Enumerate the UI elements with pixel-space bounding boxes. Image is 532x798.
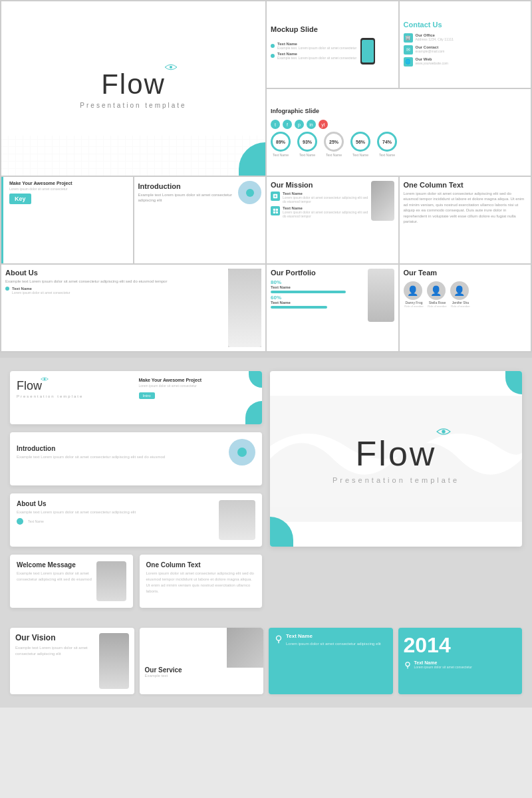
middle-welcome-title: Welcome Message — [17, 561, 94, 569]
stat-89: 89% Text Name — [271, 132, 291, 157]
social-icons-row: t f p in yt — [271, 120, 328, 129]
youtube-icon: yt — [319, 120, 328, 129]
infographic-title: Infographic Slide — [271, 108, 319, 114]
slide-year: 2014 Text Name Lorem ipsum dolor sit ame… — [398, 628, 523, 694]
vision-title: Our Vision — [15, 633, 95, 642]
stat-56: 56% Text Name — [350, 132, 370, 157]
stat-74: 74% Text Name — [377, 132, 397, 157]
middle-about-body: Example text Lorem ipsum dolor sit amet … — [17, 509, 215, 515]
slide-flow-main: Flow Presentation template — [1, 1, 265, 176]
large-flow-title-text: Flow — [356, 434, 437, 473]
portfolio-bar2 — [271, 306, 327, 309]
key-badge: Key — [9, 194, 31, 204]
team-member-2: 👤 Stella Rose Role of member — [427, 281, 448, 308]
one-col-title: One Column Text — [404, 181, 464, 189]
svg-point-20 — [277, 636, 281, 640]
middle-flow-slide: Flow Presentation template Make Your Awe… — [10, 371, 262, 424]
mission-photo — [371, 181, 394, 221]
middle-one-col-slide: One Column Text Lorem ipsum dolor sit am… — [140, 555, 263, 608]
middle-one-col-body: Lorem ipsum dolor sit amet consectetur a… — [146, 571, 256, 595]
contact-icon: ✉ — [404, 45, 413, 55]
middle-welcome-photo — [96, 561, 126, 601]
middle-section: Flow Presentation template Make Your Awe… — [0, 358, 532, 621]
mockup-title: Mockup Slide — [271, 25, 318, 33]
stat-25: 25% Text Name — [324, 132, 344, 157]
vision-body: Example text Lorem ipsum dolor sit amet … — [15, 645, 95, 657]
year-body: Lorem ipsum dolor sit amet consectetur — [414, 665, 473, 670]
svg-rect-5 — [276, 211, 278, 213]
office-icon: 🏢 — [404, 33, 413, 43]
year-item-icon — [404, 661, 412, 669]
portfolio-value2: 60% — [271, 295, 365, 301]
member3-role: Role of member — [450, 305, 471, 308]
team-members-row: 👤 Danny Frog Role of member 👤 Stella Ros… — [404, 281, 471, 308]
svg-rect-3 — [276, 209, 278, 211]
middle-about-title: About Us — [17, 500, 215, 507]
middle-flow-eye — [41, 376, 49, 382]
bottom-section: Our Vision Example text Lorem ipsum dolo… — [0, 621, 532, 708]
web-text: www.yourwebsite.com — [416, 61, 448, 65]
svg-rect-4 — [273, 211, 275, 213]
top-slide-grid: Flow Presentation template Mockup Slide … — [0, 0, 532, 352]
team-member-1: 👤 Danny Frog Role of member — [404, 281, 425, 308]
flow-title-text: Flow — [101, 68, 166, 100]
about-title: About Us — [5, 269, 225, 277]
key-body: Lorem ipsum dolor sit amet consectetur — [9, 187, 72, 191]
middle-project-badge: Intro — [139, 392, 155, 399]
stat-93: 93% Text Name — [297, 132, 317, 157]
mission-title: Our Mission — [271, 181, 368, 189]
svg-rect-2 — [273, 209, 275, 211]
slide-key: Make Your Awesome Project Lorem ipsum do… — [1, 177, 133, 263]
flow-eye-icon — [164, 63, 178, 71]
about-item-text: Lorem ipsum dolor sit amet consectetur — [12, 291, 70, 295]
mission-item1-text: Lorem ipsum dolor sit amet consectetur a… — [283, 196, 368, 203]
middle-welcome-body: Example text Lorem ipsum dolor sit amet … — [17, 571, 94, 583]
portfolio-value1: 80% — [271, 279, 365, 285]
section-divider-1 — [0, 352, 532, 358]
year-value: 2014 — [404, 633, 517, 658]
slide-mission: Our Mission Text Name Lorem ipsum dolor … — [267, 177, 398, 263]
svg-point-22 — [406, 662, 410, 666]
twitter-icon: t — [271, 120, 280, 129]
portfolio-bar1 — [271, 291, 346, 293]
pinterest-icon: p — [295, 120, 304, 129]
portfolio-label1: Text Name — [271, 285, 365, 289]
office-text: Address 1234, City 11111 — [416, 37, 454, 41]
contact-title: Contact Us — [404, 21, 442, 29]
one-col-body: Lorem ipsum dolor sit amet consectetur a… — [404, 191, 527, 224]
middle-flow-subtitle: Presentation template — [17, 394, 134, 398]
middle-intro-title: Introduction — [17, 445, 225, 452]
portfolio-title: Our Portfolio — [271, 269, 365, 277]
service-body: Example text — [145, 674, 259, 678]
mockup-body2: Example text. Lorem ipsum dolor sit amet… — [277, 56, 356, 60]
intro-eye-icon — [238, 181, 261, 204]
middle-bottom-row: Welcome Message Example text Lorem ipsum… — [10, 555, 262, 608]
mission-icon-1 — [271, 192, 280, 201]
slide-our-service: Our Service Example text — [140, 628, 264, 694]
middle-project-body: Lorem ipsum dolor sit amet consectetur — [139, 384, 256, 388]
linkedin-icon: in — [307, 120, 316, 129]
slide-contact: Contact Us 🏢 Our Office Address 1234, Ci… — [400, 1, 531, 88]
about-hallway-photo — [228, 269, 261, 347]
middle-intro-slide: Introduction Example text Lorem ipsum do… — [10, 432, 262, 485]
key-title: Make Your Awesome Project — [9, 181, 72, 186]
slide-team: Our Team 👤 Danny Frog Role of member 👤 S… — [400, 265, 531, 351]
teal-side-bar — [1, 177, 3, 263]
team-title: Our Team — [404, 269, 438, 277]
svg-point-7 — [442, 430, 446, 434]
large-flow-eye-icon — [436, 427, 451, 436]
middle-flow-title: Flow — [17, 379, 42, 392]
intro-title: Introduction — [138, 182, 236, 190]
flow-subtitle-text: Presentation template — [80, 102, 186, 109]
teal-item-icon — [274, 634, 283, 644]
middle-teal-corner — [245, 401, 262, 424]
facebook-icon: f — [283, 120, 292, 129]
middle-one-col-title: One Column Text — [146, 561, 256, 569]
phone-mockup-icon — [360, 38, 375, 65]
svg-point-6 — [44, 378, 46, 380]
vision-photo — [99, 633, 129, 689]
member3-photo: 👤 — [450, 281, 469, 300]
middle-project-title: Make Your Awesome Project — [139, 378, 256, 382]
svg-point-0 — [170, 66, 172, 68]
slide-portfolio: Our Portfolio 80% Text Name 60% Text Nam… — [267, 265, 398, 351]
